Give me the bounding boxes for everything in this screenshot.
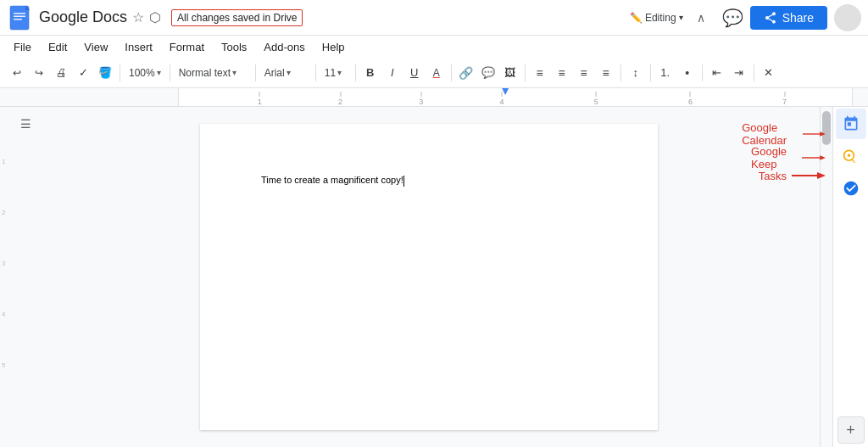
comment-icon[interactable]: 💬 bbox=[722, 8, 743, 28]
menu-format[interactable]: Format bbox=[163, 39, 211, 55]
chevron-down-icon: ▾ bbox=[679, 13, 683, 22]
comment-button[interactable]: 💬 bbox=[478, 62, 498, 84]
image-button[interactable]: 🖼 bbox=[500, 62, 520, 84]
separator-5 bbox=[355, 64, 356, 81]
menu-file[interactable]: File bbox=[7, 39, 38, 55]
undo-button[interactable]: ↩ bbox=[7, 62, 27, 84]
app-title: Google Docs bbox=[39, 8, 127, 26]
tasks-icon-btn[interactable] bbox=[836, 173, 866, 204]
separator-6 bbox=[451, 64, 452, 81]
svg-rect-4 bbox=[14, 19, 22, 20]
keep-icon-btn[interactable] bbox=[836, 141, 866, 171]
pencil-icon: ✏️ bbox=[630, 12, 643, 24]
menu-insert[interactable]: Insert bbox=[118, 39, 159, 55]
document-content[interactable]: Time to create a magnificent copy! bbox=[261, 175, 597, 344]
underline-button[interactable]: U bbox=[404, 62, 425, 84]
toolbar: ↩ ↪ 🖨 ✓ 🪣 100% ▾ Normal text ▾ Arial ▾ 1… bbox=[0, 58, 868, 88]
menu-tools[interactable]: Tools bbox=[214, 39, 253, 55]
redo-button[interactable]: ↪ bbox=[29, 62, 49, 84]
title-bar: Google Docs ☆ ⬡ All changes saved in Dri… bbox=[0, 0, 868, 36]
svg-rect-2 bbox=[14, 13, 25, 14]
font-size-arrow: ▾ bbox=[337, 68, 342, 77]
clear-formatting-button[interactable]: ✕ bbox=[759, 62, 779, 84]
svg-rect-3 bbox=[14, 15, 25, 17]
text-color-button[interactable]: A bbox=[426, 62, 447, 84]
font-size-select[interactable]: 11 ▾ bbox=[320, 62, 351, 84]
app-logo bbox=[7, 3, 32, 33]
editing-status[interactable]: ✏️ Editing ▾ bbox=[623, 8, 690, 27]
link-button[interactable]: 🔗 bbox=[456, 62, 476, 84]
separator-1 bbox=[120, 64, 120, 81]
separator-9 bbox=[650, 64, 651, 81]
main-area: 1 2 3 4 5 ☰ Time to create a magnificent… bbox=[0, 107, 868, 447]
share-button[interactable]: Share bbox=[750, 6, 827, 30]
numbered-list-button[interactable]: 1. bbox=[655, 62, 676, 84]
right-panel: + bbox=[832, 107, 868, 447]
star-icon[interactable]: ☆ bbox=[132, 9, 144, 25]
menu-view[interactable]: View bbox=[77, 39, 114, 55]
title-bar-right: ✏️ Editing ▾ ∧ 💬 Share bbox=[623, 4, 861, 31]
main-toolbar-area: ✏️ Editing ▾ ∧ bbox=[623, 8, 709, 28]
save-status: All changes saved in Drive bbox=[171, 9, 303, 26]
document-page: Time to create a magnificent copy! bbox=[200, 124, 658, 430]
menu-edit[interactable]: Edit bbox=[42, 39, 74, 55]
separator-8 bbox=[620, 64, 621, 81]
align-center-button[interactable]: ≡ bbox=[552, 62, 572, 84]
font-select[interactable]: Arial ▾ bbox=[260, 62, 311, 84]
text-cursor bbox=[403, 176, 404, 187]
line-spacing-button[interactable]: ↕ bbox=[626, 62, 646, 84]
bold-button[interactable]: B bbox=[360, 62, 381, 84]
folder-icon[interactable]: ⬡ bbox=[149, 9, 161, 25]
left-margin: 1 2 3 4 5 bbox=[0, 107, 13, 447]
italic-button[interactable]: I bbox=[382, 62, 403, 84]
document-area[interactable]: Time to create a magnificent copy! bbox=[38, 107, 820, 447]
separator-11 bbox=[754, 64, 754, 81]
font-dropdown-arrow: ▾ bbox=[287, 68, 291, 77]
calendar-icon-btn[interactable] bbox=[836, 109, 866, 139]
avatar[interactable] bbox=[834, 4, 861, 31]
indent-less-button[interactable]: ⇤ bbox=[707, 62, 727, 84]
zoom-select[interactable]: 100% ▾ bbox=[125, 62, 165, 84]
chevron-up-icon[interactable]: ∧ bbox=[693, 8, 709, 28]
separator-7 bbox=[525, 64, 526, 81]
outline-toggle[interactable]: ☰ bbox=[17, 114, 35, 134]
separator-10 bbox=[702, 64, 703, 81]
ruler: 1 2 3 4 5 6 7 bbox=[0, 88, 868, 107]
menu-bar: File Edit View Insert Format Tools Add-o… bbox=[0, 36, 868, 58]
separator-4 bbox=[315, 64, 316, 81]
bulleted-list-button[interactable]: • bbox=[677, 62, 698, 84]
menu-help[interactable]: Help bbox=[315, 39, 352, 55]
ruler-inner: 1 2 3 4 5 6 7 bbox=[178, 88, 853, 106]
zoom-dropdown-arrow: ▾ bbox=[157, 68, 161, 77]
spellcheck-button[interactable]: ✓ bbox=[73, 62, 93, 84]
style-dropdown-arrow: ▾ bbox=[232, 68, 236, 77]
align-left-button[interactable]: ≡ bbox=[530, 62, 550, 84]
separator-2 bbox=[170, 64, 170, 81]
add-panel-button[interactable]: + bbox=[837, 416, 865, 444]
style-select[interactable]: Normal text ▾ bbox=[175, 62, 251, 84]
paint-format-button[interactable]: 🪣 bbox=[95, 62, 115, 84]
indent-more-button[interactable]: ⇥ bbox=[729, 62, 749, 84]
scrollbar[interactable] bbox=[820, 107, 832, 447]
menu-addons[interactable]: Add-ons bbox=[257, 39, 311, 55]
separator-3 bbox=[255, 64, 256, 81]
align-right-button[interactable]: ≡ bbox=[574, 62, 594, 84]
print-button[interactable]: 🖨 bbox=[51, 62, 71, 84]
justify-button[interactable]: ≡ bbox=[596, 62, 616, 84]
svg-point-5 bbox=[847, 154, 849, 157]
